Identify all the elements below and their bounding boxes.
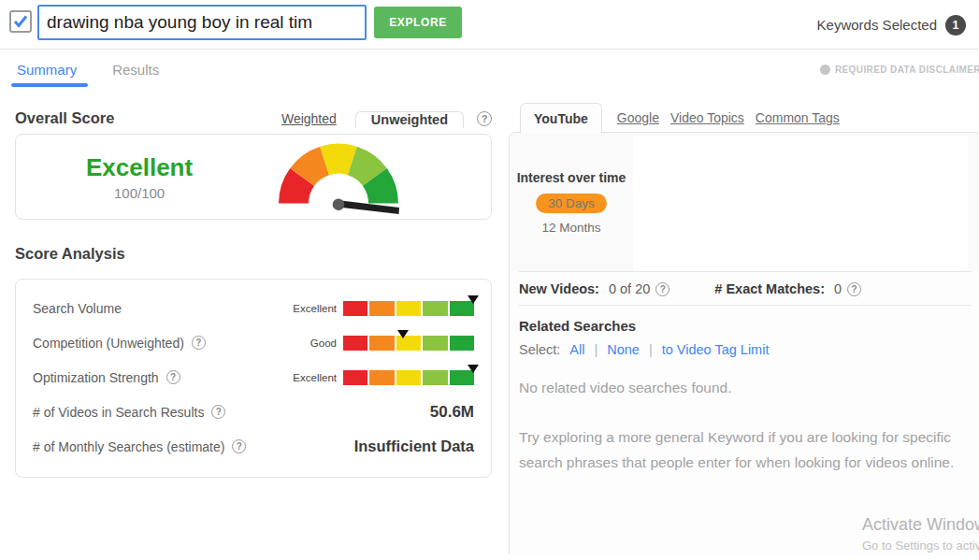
select-all-link[interactable]: All [569, 342, 584, 357]
bar-segment [343, 301, 367, 316]
score-gauge [270, 139, 407, 214]
rating-marker-icon [468, 365, 479, 373]
tab-results-label: Results [112, 62, 159, 78]
interest-over-time-title: Interest over time [510, 170, 633, 185]
no-related-searches-message: No related video searches found. [519, 380, 972, 396]
new-videos-help-icon[interactable]: ? [655, 282, 669, 296]
videos-count-help-icon[interactable]: ? [211, 405, 225, 419]
competition-help-icon[interactable]: ? [192, 336, 206, 350]
overall-score-header: Overall Score Weighted Unweighted ? [15, 103, 492, 134]
tab-summary-label: Summary [17, 62, 77, 78]
related-searches-title: Related Searches [519, 318, 972, 334]
analysis-row-videos-count: # of Videos in Search Results? 50.6M [33, 395, 474, 429]
related-select-row: Select: All | None | to Video Tag Limit [519, 342, 972, 357]
bar-segment [396, 370, 421, 385]
tab-google[interactable]: Google [617, 110, 659, 125]
overall-score-card: Excellent 100/100 [15, 134, 492, 220]
separator: | [649, 342, 653, 357]
exact-matches-value: 0 [834, 281, 842, 296]
bar-segment [423, 301, 447, 316]
tab-video-topics[interactable]: Video Topics [670, 110, 744, 125]
divider [519, 305, 972, 306]
select-label: Select: [519, 342, 560, 357]
bar-segment [396, 301, 421, 316]
bar-segment [369, 370, 394, 385]
video-stats-row: New Videos: 0 of 20 ? # Exact Matches: 0… [519, 272, 972, 305]
rating-marker-icon [468, 295, 479, 304]
analysis-row-competition: Competition (Unweighted)? Good [33, 325, 474, 360]
rating-label: Excellent [293, 303, 337, 314]
bar-segment [343, 370, 367, 385]
unweighted-tab[interactable]: Unweighted [355, 111, 464, 128]
details-tabs-row: YouTube Google Video Topics Common Tags [520, 103, 979, 132]
keywords-selected-count-badge[interactable]: 1 [945, 15, 966, 36]
row-label: Search Volume [33, 301, 122, 316]
interest-over-time-section: Interest over time 30 Days 12 Months [510, 133, 979, 271]
separator: | [594, 342, 597, 357]
row-label: Competition (Unweighted)? [33, 336, 206, 351]
score-analysis-card: Search Volume Excellent [15, 279, 492, 478]
overall-rating: Excellent [16, 153, 263, 182]
score-column: Overall Score Weighted Unweighted ? Exce… [15, 103, 492, 478]
rating-bar [343, 301, 474, 316]
monthly-searches-value: Insufficient Data [354, 438, 474, 455]
info-icon [820, 65, 830, 75]
exact-matches-label: # Exact Matches: [714, 281, 825, 296]
disclaimer-label: REQUIRED DATA DISCLAIMER [835, 65, 979, 75]
rating-bar [343, 336, 474, 351]
new-videos-label: New Videos: [519, 281, 599, 296]
range-12-months-option[interactable]: 12 Months [510, 221, 633, 235]
main-content: Overall Score Weighted Unweighted ? Exce… [0, 90, 979, 554]
analysis-row-search-volume: Search Volume Excellent [33, 291, 474, 325]
bar-segment [450, 336, 474, 351]
analysis-row-optimization: Optimization Strength? Excellent [33, 360, 474, 395]
keyword-search-input[interactable] [37, 5, 367, 40]
range-30-days-pill[interactable]: 30 Days [536, 194, 607, 213]
analysis-row-monthly-searches: # of Monthly Searches (estimate)? Insuff… [33, 429, 474, 464]
row-label: # of Monthly Searches (estimate)? [33, 439, 246, 454]
required-data-disclaimer[interactable]: REQUIRED DATA DISCLAIMER [820, 65, 979, 75]
bar-segment [343, 336, 367, 351]
youtube-panel: Interest over time 30 Days 12 Months New… [509, 132, 979, 554]
videos-count-value: 50.6M [430, 403, 474, 422]
rating-marker-icon [397, 330, 409, 338]
score-analysis-title: Score Analysis [15, 245, 125, 263]
checkbox-check-icon [13, 15, 28, 28]
suggestion-text: Try exploring a more general Keyword if … [519, 424, 972, 475]
tab-summary[interactable]: Summary [15, 50, 79, 89]
bar-segment [369, 301, 394, 316]
exact-matches-help-icon[interactable]: ? [847, 282, 861, 296]
rating-label: Excellent [293, 372, 337, 383]
bar-segment [423, 336, 447, 351]
keyword-checkbox[interactable] [9, 10, 32, 33]
overall-score-help-icon[interactable]: ? [477, 111, 492, 126]
overall-score-value: 100/100 [16, 185, 263, 201]
interest-chart-area [633, 136, 968, 271]
rating-label: Good [310, 337, 337, 349]
bar-segment [369, 336, 394, 351]
row-label: # of Videos in Search Results? [33, 405, 225, 420]
select-none-link[interactable]: None [607, 342, 640, 357]
select-to-tag-limit-link[interactable]: to Video Tag Limit [662, 342, 770, 357]
bar-segment [423, 370, 447, 385]
interest-sidebar: Interest over time 30 Days 12 Months [510, 133, 633, 271]
active-tab-underline [11, 83, 88, 87]
keywords-selected-label: Keywords Selected [817, 17, 937, 33]
tab-youtube[interactable]: YouTube [520, 103, 602, 134]
score-analysis-header: Score Analysis [15, 238, 492, 269]
nav-tabs-row: Summary Results REQUIRED DATA DISCLAIMER [0, 50, 979, 90]
rating-bar [343, 370, 474, 385]
weighted-tab[interactable]: Weighted [281, 111, 337, 126]
details-column: YouTube Google Video Topics Common Tags … [509, 103, 979, 554]
row-label: Optimization Strength? [33, 370, 180, 385]
keyword-explorer-page: EXPLORE Keywords Selected 1 Summary Resu… [0, 0, 979, 560]
new-videos-value: 0 of 20 [609, 281, 650, 296]
tab-common-tags[interactable]: Common Tags [756, 110, 840, 125]
explore-button[interactable]: EXPLORE [374, 7, 462, 38]
optimization-help-icon[interactable]: ? [166, 370, 180, 384]
related-searches-section: Related Searches Select: All | None | to… [519, 318, 972, 475]
header-bar: EXPLORE Keywords Selected 1 [0, 0, 979, 50]
keywords-selected: Keywords Selected 1 [817, 0, 966, 50]
tab-results[interactable]: Results [110, 50, 161, 89]
monthly-searches-help-icon[interactable]: ? [232, 439, 246, 453]
